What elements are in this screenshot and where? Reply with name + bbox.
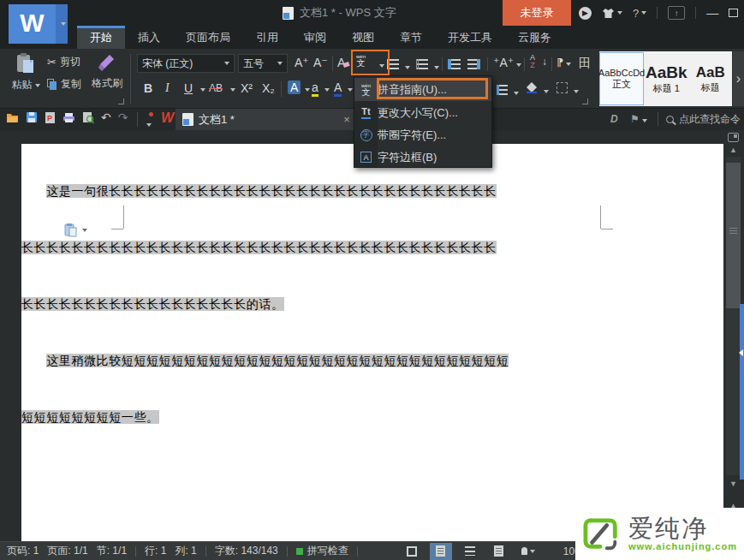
status-word-count[interactable]: 字数: 143/143	[215, 544, 278, 558]
line-spacing-button[interactable]	[497, 83, 519, 98]
help-button[interactable]: ?	[633, 7, 646, 20]
scroll-down-button[interactable]: ▼	[726, 480, 741, 488]
copy-button[interactable]: 复制	[47, 77, 81, 92]
numbered-list-button[interactable]	[416, 57, 439, 73]
redo-icon[interactable]: ↷	[118, 110, 128, 124]
ink-tool-icon[interactable]: D	[610, 113, 618, 125]
subscript-button[interactable]: X₂	[262, 81, 275, 95]
export-pdf-icon[interactable]: P	[45, 111, 56, 124]
paste-button[interactable]: 粘贴	[9, 52, 43, 92]
scroll-up-button[interactable]: ▲	[726, 146, 741, 154]
tab-cloud[interactable]: 云服务	[505, 26, 564, 49]
task-pane-handle[interactable]	[740, 304, 744, 480]
char-shading-dropdown-caret[interactable]	[348, 88, 353, 92]
paste-options-button[interactable]	[64, 223, 87, 237]
tab-references[interactable]: 引用	[243, 26, 291, 49]
customize-quickbar-button[interactable]	[144, 115, 152, 130]
spellcheck-status[interactable]: 拼写检查	[296, 544, 348, 558]
show-marks-button[interactable]: ⁋	[557, 56, 571, 69]
eye-protect-button[interactable]	[517, 543, 539, 560]
paragraph-dialog-launcher[interactable]	[582, 98, 588, 104]
feedback-icon[interactable]: ▶	[579, 7, 592, 20]
superscript-button[interactable]: X²	[241, 81, 253, 95]
highlight-color-button[interactable]: a	[312, 80, 318, 97]
flag-icon[interactable]: ⚑	[630, 113, 647, 125]
strikethrough-button[interactable]: AB	[209, 82, 223, 94]
styles-gallery: AaBbCcDd 正文 AaBk 标题 1 AaB 标题	[599, 51, 732, 106]
find-command-box[interactable]: 点此查找命令	[666, 112, 741, 127]
annotation-menu-highlight	[377, 78, 488, 99]
scrollbar-thumb[interactable]	[726, 163, 741, 308]
save-icon[interactable]	[26, 111, 38, 123]
text-tool-button[interactable]: ⁺A⁺	[493, 56, 521, 69]
borders-button[interactable]	[557, 81, 579, 97]
open-icon[interactable]	[6, 112, 19, 123]
wps-logo-dropdown[interactable]	[56, 4, 68, 44]
tab-section[interactable]: 章节	[387, 26, 435, 49]
increase-indent-button[interactable]	[467, 57, 480, 73]
decrease-indent-button[interactable]	[448, 57, 461, 73]
shading-button[interactable]	[526, 81, 549, 97]
minimize-button[interactable]: —	[706, 6, 718, 20]
document-page[interactable]: 这是一句很长长长长长长长长长长长长长长长长长长长长长长长长长长长长长长长 长长长…	[21, 144, 723, 541]
wps-logo[interactable]: W	[9, 4, 56, 44]
print-icon[interactable]	[62, 112, 75, 123]
text-line[interactable]: 这里稍微比较短短短短短短短短短短短短短短短短短短短短短短短短短短短短短短短	[21, 351, 503, 370]
collapse-ribbon-button[interactable]: ↑	[668, 6, 685, 20]
web-view-button[interactable]	[488, 543, 510, 560]
font-color-dropdown-caret[interactable]	[305, 88, 310, 92]
shrink-font-button[interactable]: A⁻	[313, 56, 328, 69]
document-tab-close[interactable]: ×	[339, 111, 354, 127]
document-tab[interactable]: 文档1 *	[176, 109, 358, 130]
strikethrough-dropdown-caret[interactable]	[230, 88, 235, 92]
underline-dropdown-caret[interactable]	[200, 88, 205, 92]
document-text[interactable]: 这是一句很长长长长长长长长长长长长长长长长长长长长长长长长长长长长长长长 长长长…	[21, 144, 503, 464]
highlight-dropdown-caret[interactable]	[324, 88, 330, 92]
font-color-button[interactable]: A	[288, 80, 301, 94]
font-name-select[interactable]: 宋体 (正文)	[137, 54, 235, 73]
tab-page-layout[interactable]: 页面布局	[173, 26, 243, 49]
page-view-button[interactable]	[430, 543, 452, 560]
fullscreen-view-button[interactable]	[401, 543, 423, 560]
login-button[interactable]: 未登录	[503, 0, 571, 26]
tab-home[interactable]: 开始	[77, 26, 125, 49]
text-line[interactable]: 长长长长长长长长长长长长长长长长长长长长长长长长长长长长长长长长长长长长长长	[21, 238, 503, 257]
gallery-more-button[interactable]: ›	[733, 51, 744, 106]
separator	[332, 56, 333, 71]
style-heading1[interactable]: AaBk 标题 1	[645, 52, 688, 105]
tab-review[interactable]: 审阅	[291, 26, 339, 49]
bullet-list-button[interactable]	[387, 57, 410, 73]
maximize-button[interactable]	[729, 9, 738, 17]
font-size-select[interactable]: 五号	[238, 54, 288, 73]
tab-view[interactable]: 视图	[339, 26, 387, 49]
char-shading-button[interactable]: A	[334, 80, 342, 97]
side-panel-icon[interactable]	[728, 133, 739, 142]
print-preview-icon[interactable]	[82, 111, 94, 124]
style-heading2[interactable]: AaB 标题	[689, 52, 733, 105]
undo-icon[interactable]: ↶	[101, 110, 111, 124]
bold-button[interactable]: B	[144, 81, 152, 95]
clipboard-dialog-launcher[interactable]	[118, 98, 124, 104]
style-normal[interactable]: AaBbCcDd 正文	[599, 52, 644, 105]
menu-item-enclosed-character[interactable]: 字 带圈字符(E)...	[354, 123, 491, 146]
clear-format-button[interactable]: A	[337, 56, 349, 69]
text-line[interactable]: 长长长长长长长长长长长长长长长长长长的话。	[21, 295, 503, 313]
menu-item-change-case[interactable]: Tt 更改大小写(C)...	[354, 101, 491, 124]
document-icon	[283, 7, 294, 20]
text-line[interactable]: 短短短短短短短短一些。	[21, 408, 503, 426]
cut-button[interactable]: ✂ 剪切	[47, 55, 80, 69]
table-grid-button[interactable]: 田	[579, 56, 591, 71]
sort-button[interactable]: A Z	[530, 54, 535, 69]
outline-view-button[interactable]	[459, 543, 481, 560]
chevron-down-icon	[224, 62, 229, 65]
format-painter-button[interactable]: 格式刷	[88, 52, 126, 91]
menu-item-character-border[interactable]: A 字符边框(B)	[354, 146, 491, 169]
italic-button[interactable]: I	[165, 81, 170, 95]
grow-font-button[interactable]: A⁺	[295, 56, 309, 69]
underline-button[interactable]: U	[184, 81, 193, 95]
separator	[551, 57, 552, 71]
tab-dev-tools[interactable]: 开发工具	[435, 26, 505, 49]
text-line[interactable]: 这是一句很长长长长长长长长长长长长长长长长长长长长长长长长长长长长长长长	[21, 182, 503, 200]
tab-insert[interactable]: 插入	[125, 26, 173, 49]
skin-icon[interactable]	[602, 8, 622, 19]
